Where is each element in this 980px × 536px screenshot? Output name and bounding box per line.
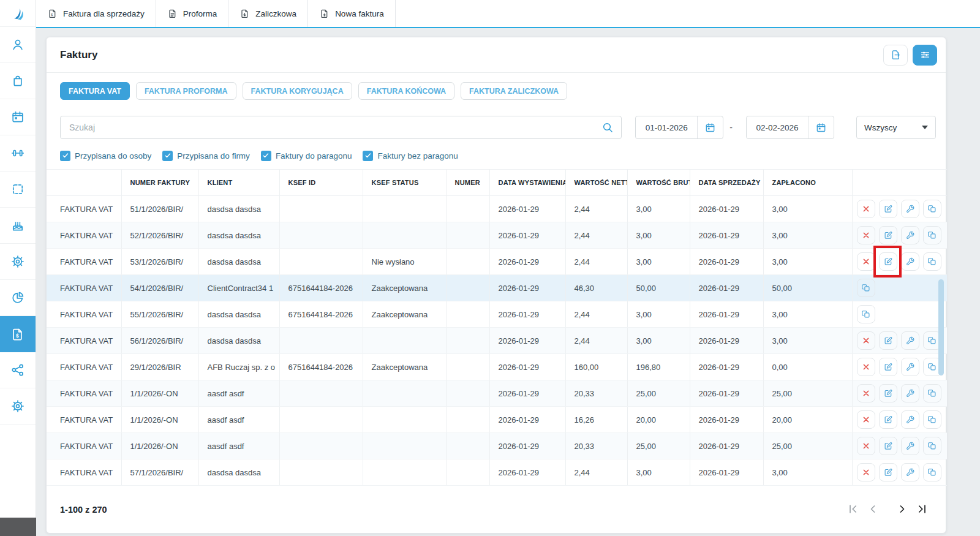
edit-action-button[interactable] [879, 200, 897, 218]
checkbox-faktury-bez-paragonu[interactable]: Faktury bez paragonu [363, 149, 458, 162]
sidebar-item-integrations[interactable] [0, 352, 36, 388]
invoice-row[interactable]: FAKTURA VAT57/1/2026/BIR/dasdsa dasdsa20… [47, 459, 947, 486]
invoice-row[interactable]: FAKTURA VAT1/1/2026/-ONaasdf asdf2026-01… [47, 407, 947, 433]
invoice-row[interactable]: FAKTURA VAT51/1/2026/BIR/dasdsa dasdsa20… [47, 196, 947, 222]
cell-wartosc_netto: 2,44 [565, 196, 627, 222]
checkbox-box[interactable] [363, 151, 373, 161]
cell-ksef_status [363, 328, 446, 354]
invoice-row[interactable]: FAKTURA VAT53/1/2026/BIR/dasdsa dasdsaNi… [47, 249, 947, 275]
last-page-button[interactable] [915, 503, 929, 516]
delete-action-button[interactable] [857, 252, 875, 271]
checkbox-box[interactable] [60, 151, 70, 161]
delete-action-button[interactable] [857, 463, 875, 481]
delete-action-button[interactable] [857, 410, 875, 429]
delete-action-button[interactable] [857, 384, 875, 402]
table-settings-button[interactable] [913, 45, 937, 66]
wrench-action-button[interactable] [901, 226, 919, 244]
next-page-button[interactable] [895, 503, 909, 516]
search-input[interactable] [68, 122, 601, 133]
wrench-action-button[interactable] [901, 463, 919, 481]
cell-data_sprzedazy: 2026-01-29 [690, 354, 763, 380]
checkbox-box[interactable] [261, 151, 271, 161]
checkbox-box[interactable] [162, 151, 173, 161]
edit-action-button[interactable] [879, 358, 897, 376]
edit-action-button[interactable] [879, 410, 897, 429]
checkbox-przypisana-do-firmy[interactable]: Przypisana do firmy [162, 149, 250, 162]
edit-action-button[interactable] [879, 384, 897, 402]
invoice-row[interactable]: FAKTURA VAT1/1/2026/-ONaasdf asdf2026-01… [47, 380, 947, 407]
delete-action-button[interactable] [857, 226, 875, 244]
sidebar-item-clients[interactable] [0, 27, 36, 63]
copy-action-button[interactable] [857, 305, 875, 323]
cell-ksef_id [279, 196, 363, 222]
owner-filter-value: Wszyscy [864, 123, 897, 132]
cell-wartosc_netto: 2,44 [565, 459, 627, 486]
wrench-action-button[interactable] [901, 410, 919, 429]
tab-nowa-faktura[interactable]: Nowa faktura [308, 0, 396, 27]
cell-data_sprzedazy: 2026-01-29 [690, 407, 763, 433]
tab-zaliczkowa[interactable]: Zaliczkowa [228, 0, 308, 27]
sidebar-item-events[interactable] [0, 208, 36, 244]
invoice-row[interactable]: FAKTURA VAT52/1/2026/BIR/dasdsa dasdsa20… [47, 222, 947, 249]
delete-action-button[interactable] [857, 358, 875, 376]
invoice-row[interactable]: FAKTURA VAT29/1/2026/BIRAFB Ruczaj sp. z… [47, 354, 947, 380]
delete-action-button[interactable] [857, 437, 875, 455]
sidebar-item-calendar[interactable] [0, 99, 36, 135]
calendar-from-icon-button[interactable] [697, 116, 723, 138]
sidebar-item-training[interactable] [0, 135, 36, 172]
delete-action-button[interactable] [857, 200, 875, 218]
wrench-action-button[interactable] [901, 331, 919, 350]
edit-action-button[interactable] [879, 463, 897, 481]
tab-proforma[interactable]: Proforma [156, 0, 229, 27]
invoice-row[interactable]: FAKTURA VAT1/1/2026/-ONaasdf asdf2026-01… [47, 433, 947, 459]
cell-data_wystawienia: 2026-01-29 [489, 301, 565, 328]
invoice-row[interactable]: FAKTURA VAT54/1/2026/BIR/ClientContract3… [47, 275, 947, 301]
scrollbar-thumb[interactable] [938, 279, 944, 376]
sidebar-item-shop[interactable] [0, 63, 36, 99]
edit-action-button[interactable] [879, 252, 897, 271]
chip-faktura-vat[interactable]: FAKTURA VAT [60, 82, 130, 100]
cell-numer_faktury: 1/1/2026/-ON [121, 433, 198, 459]
edit-action-button[interactable] [879, 437, 897, 455]
chip-faktura-proforma[interactable]: FAKTURA PROFORMA [136, 82, 236, 100]
wrench-action-button[interactable] [901, 200, 919, 218]
checkbox-faktury-do-paragonu[interactable]: Faktury do paragonu [261, 149, 352, 162]
cell-zaplacono: 25,00 [763, 380, 852, 407]
sidebar-item-system-settings[interactable] [0, 388, 36, 425]
delete-action-button[interactable] [857, 331, 875, 350]
owner-filter-select[interactable]: Wszyscy [856, 116, 936, 139]
date-to-value[interactable]: 02-02-2026 [747, 116, 808, 138]
wrench-action-button[interactable] [901, 384, 919, 402]
export-button[interactable] [883, 45, 908, 66]
cell-data_wystawienia: 2026-01-29 [489, 249, 565, 275]
sidebar-item-reports[interactable] [0, 280, 36, 316]
cell-numer [446, 433, 489, 459]
user-icon [10, 37, 25, 52]
sidebar-item-settings[interactable] [0, 244, 36, 280]
app-logo[interactable] [0, 0, 36, 27]
cell-numer [446, 196, 489, 222]
chip-faktura-koncowa[interactable]: FAKTURA KOŃCOWA [358, 82, 454, 100]
tab-faktura-dla-sprzedazy[interactable]: $Faktura dla sprzedaży [36, 0, 156, 27]
invoice-row[interactable]: FAKTURA VAT56/1/2026/BIR/dasdsa dasdsa20… [47, 328, 947, 354]
calendar-to-icon-button[interactable] [808, 116, 834, 138]
cell-wartosc_netto: 160,00 [565, 354, 627, 380]
wrench-action-button[interactable] [901, 437, 919, 455]
checkbox-przypisana-do-osoby[interactable]: Przypisana do osoby [60, 149, 151, 162]
cell-data_sprzedazy: 2026-01-29 [690, 196, 763, 222]
edit-action-button[interactable] [879, 226, 897, 244]
chip-faktura-korygujaca[interactable]: FAKTURA KORYGUJĄCA [243, 82, 352, 100]
edit-action-button[interactable] [879, 331, 897, 350]
sidebar-item-invoices[interactable]: $ [0, 316, 36, 352]
cell-wartosc_brutto: 25,00 [627, 433, 690, 459]
copy-action-button[interactable] [857, 279, 875, 297]
wrench-action-button[interactable] [901, 252, 919, 271]
search-icon[interactable] [601, 121, 614, 134]
wrench-action-button[interactable] [901, 358, 919, 376]
chip-faktura-zaliczkowa[interactable]: FAKTURA ZALICZKOWA [461, 82, 567, 100]
invoice-row[interactable]: FAKTURA VAT55/1/2026/BIR/dasdsa dasdsa67… [47, 301, 947, 328]
date-from-value[interactable]: 01-01-2026 [636, 116, 697, 138]
sidebar-item-zones[interactable] [0, 172, 36, 208]
cell-wartosc_netto: 16,26 [565, 407, 627, 433]
cell-wartosc_netto: 20,33 [565, 433, 627, 459]
